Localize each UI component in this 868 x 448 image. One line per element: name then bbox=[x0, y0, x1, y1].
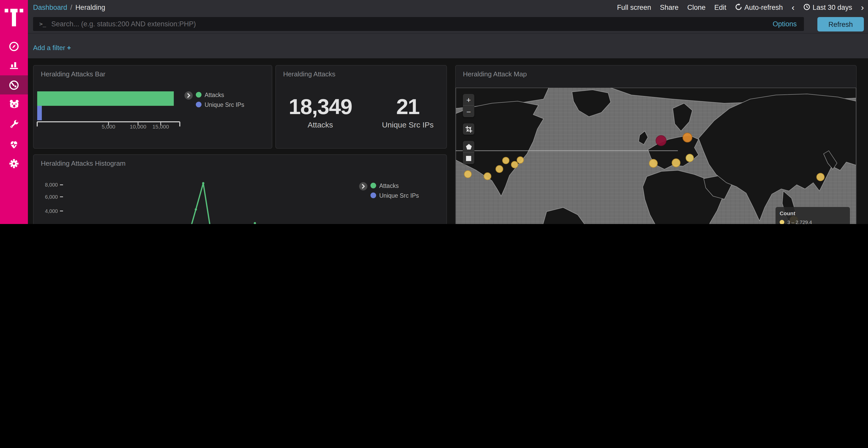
metric-group: 18,349 Attacks 21 Unique Src IPs bbox=[276, 66, 446, 148]
gear-icon bbox=[8, 158, 20, 169]
panel-attacks-histogram: Heralding Attacks Histogram 02,0004,0006… bbox=[33, 154, 447, 224]
legend-item[interactable]: Unique Src IPs bbox=[196, 100, 244, 109]
gauge-icon bbox=[8, 79, 20, 91]
svg-text:5,000: 5,000 bbox=[102, 124, 116, 130]
legend-item[interactable]: Unique Src IPs bbox=[370, 191, 419, 200]
breadcrumb-row: Dashboard / Heralding Full screen Share … bbox=[28, 0, 868, 15]
bar-chart-icon bbox=[8, 59, 20, 70]
map-attack-dot[interactable] bbox=[502, 157, 509, 164]
map-attack-dot[interactable] bbox=[649, 159, 657, 168]
full-screen-button[interactable]: Full screen bbox=[617, 4, 651, 11]
filter-bar: Add a filter + bbox=[28, 33, 868, 58]
heartbeat-icon bbox=[8, 139, 20, 150]
map-legend-range-label: 3 – 2,729.4 bbox=[787, 219, 812, 224]
map-zoom-out-button[interactable]: − bbox=[463, 105, 474, 117]
chart-legend: AttacksUnique Src IPs bbox=[196, 90, 244, 109]
crop-icon bbox=[465, 126, 472, 132]
metric-unique-src-ips: 21 Unique Src IPs bbox=[382, 94, 433, 129]
svg-text:15,000: 15,000 bbox=[152, 124, 169, 130]
legend-label: Attacks bbox=[379, 182, 399, 188]
map-zoom-in-button[interactable]: + bbox=[463, 94, 474, 105]
metric-label: Unique Src IPs bbox=[382, 120, 433, 129]
legend-item[interactable]: Attacks bbox=[196, 90, 244, 100]
sidebar-item-health[interactable] bbox=[0, 135, 28, 154]
map-attack-dot[interactable] bbox=[517, 157, 524, 164]
legend-label: Unique Src IPs bbox=[205, 101, 244, 108]
metric-attacks: 18,349 Attacks bbox=[288, 94, 352, 129]
bear-icon bbox=[8, 98, 20, 110]
options-link[interactable]: Options bbox=[773, 20, 797, 28]
chart-legend: AttacksUnique Src IPs bbox=[370, 181, 419, 200]
map-attack-dot[interactable] bbox=[495, 165, 503, 173]
map-attack-dot[interactable] bbox=[655, 135, 666, 146]
map-landmass bbox=[456, 88, 856, 224]
map-attack-dot[interactable] bbox=[464, 170, 471, 178]
time-back-chevron[interactable]: ‹ bbox=[792, 3, 795, 12]
legend-dot-icon bbox=[196, 102, 202, 107]
search-placeholder: Search... (e.g. status:200 AND extension… bbox=[52, 20, 773, 28]
map-fit-bounds-button[interactable] bbox=[463, 123, 474, 135]
sidebar-item-bear[interactable] bbox=[0, 95, 28, 113]
panel-title: Heralding Attacks Histogram bbox=[41, 160, 126, 167]
map-attack-dot[interactable] bbox=[672, 158, 680, 167]
panel-attacks-metric: Heralding Attacks 18,349 Attacks 21 Uniq… bbox=[275, 65, 447, 149]
refresh-button[interactable]: Refresh bbox=[817, 17, 864, 32]
query-prompt-icon: >_ bbox=[39, 21, 46, 27]
time-forward-chevron[interactable]: › bbox=[861, 3, 864, 12]
map-draw-polygon-button[interactable] bbox=[463, 141, 474, 152]
clone-button[interactable]: Clone bbox=[687, 4, 706, 11]
map-legend-title: Count bbox=[780, 210, 846, 216]
panel-title: Heralding Attacks Bar bbox=[41, 70, 105, 78]
legend-item[interactable]: Attacks bbox=[370, 181, 419, 191]
auto-refresh-button[interactable]: Auto-refresh bbox=[735, 3, 783, 12]
sidebar-item-management[interactable] bbox=[0, 154, 28, 173]
search-input[interactable]: >_ Search... (e.g. status:200 AND extens… bbox=[33, 17, 804, 31]
sidebar bbox=[0, 0, 28, 224]
sidebar-item-discover[interactable] bbox=[0, 37, 28, 56]
clock-icon bbox=[803, 3, 810, 12]
sidebar-item-devtools[interactable] bbox=[0, 114, 28, 134]
panel-title: Heralding Attacks bbox=[283, 70, 335, 78]
polygon-icon bbox=[465, 143, 472, 150]
legend-label: Unique Src IPs bbox=[379, 192, 419, 199]
panel-title: Heralding Attack Map bbox=[463, 70, 527, 78]
map-attack-dot[interactable] bbox=[682, 132, 692, 142]
breadcrumb: Dashboard / Heralding bbox=[33, 4, 105, 11]
share-button[interactable]: Share bbox=[660, 4, 678, 11]
add-filter-link[interactable]: Add a filter + bbox=[33, 44, 71, 51]
search-row: >_ Search... (e.g. status:200 AND extens… bbox=[28, 15, 868, 34]
map-attack-dot[interactable] bbox=[483, 172, 491, 180]
svg-text:6,000: 6,000 bbox=[45, 194, 58, 200]
legend-collapse-chevron-icon[interactable] bbox=[184, 91, 193, 100]
panel-attacks-bar: Heralding Attacks Bar 5,00010,00015,000A… bbox=[33, 65, 272, 149]
legend-label: Attacks bbox=[205, 92, 224, 98]
page-title: Heralding bbox=[75, 4, 105, 11]
dashboard-actions: Full screen Share Clone Edit Auto-refres… bbox=[617, 0, 864, 15]
metric-value: 21 bbox=[382, 94, 433, 119]
time-range-picker[interactable]: Last 30 days bbox=[803, 3, 852, 12]
top-chrome: Dashboard / Heralding Full screen Share … bbox=[28, 0, 868, 58]
edit-button[interactable]: Edit bbox=[714, 4, 726, 11]
world-map[interactable] bbox=[456, 88, 856, 224]
svg-text:8,000: 8,000 bbox=[45, 182, 58, 187]
plus-icon: + bbox=[67, 44, 71, 51]
kibana-dashboard: Dashboard / Heralding Full screen Share … bbox=[0, 0, 868, 224]
map-legend-dot-icon bbox=[780, 219, 784, 224]
legend-collapse-chevron-icon[interactable] bbox=[359, 182, 367, 191]
legend-dot-icon bbox=[370, 183, 376, 188]
panel-attack-map: Heralding Attack Map bbox=[455, 65, 857, 224]
wrench-icon bbox=[8, 118, 20, 130]
map-draw-rectangle-button[interactable] bbox=[463, 152, 474, 164]
sidebar-item-dashboard[interactable] bbox=[0, 75, 28, 95]
attacks-bar-chart[interactable]: 5,00010,00015,000AttacksUnique Src IPs bbox=[34, 66, 272, 148]
telekom-logo[interactable] bbox=[5, 4, 23, 28]
legend-dot-icon bbox=[196, 92, 202, 98]
map-attack-dot[interactable] bbox=[816, 173, 825, 181]
breadcrumb-dashboard-link[interactable]: Dashboard bbox=[33, 4, 67, 11]
map-count-legend: Count 3 – 2,729.42,729.4 – 5,455.85,455.… bbox=[776, 207, 850, 224]
map-attack-dot[interactable] bbox=[686, 154, 694, 162]
sidebar-item-visualize[interactable] bbox=[0, 55, 28, 74]
metric-label: Attacks bbox=[288, 120, 352, 129]
compass-icon bbox=[8, 40, 20, 52]
map-toolbar: + − bbox=[463, 94, 474, 164]
